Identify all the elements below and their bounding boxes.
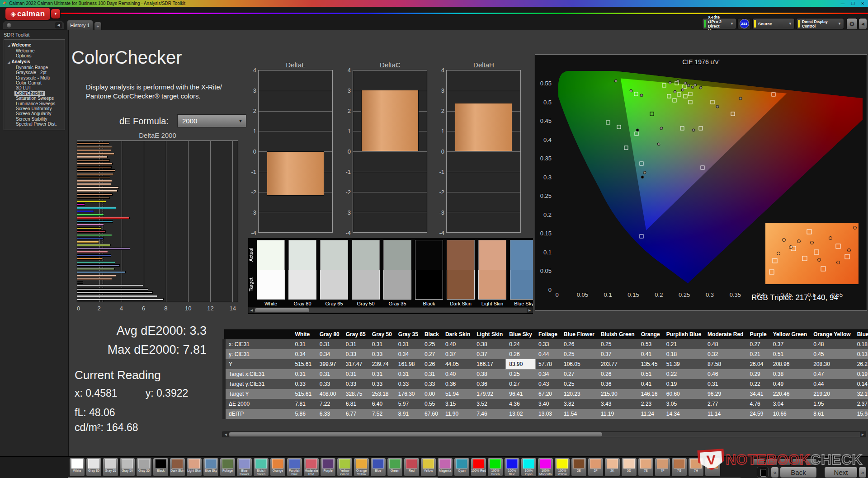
palette-patch-orange[interactable]: Orange	[270, 458, 286, 477]
column-header[interactable]: Bluish Green	[598, 329, 638, 339]
column-header[interactable]: Gray 35	[395, 329, 421, 339]
table-cell[interactable]: 239.74	[369, 359, 395, 369]
table-cell[interactable]: 220.46	[770, 389, 810, 399]
table-cell[interactable]: 0.33	[421, 379, 442, 389]
table-cell[interactable]: 0.34	[395, 349, 421, 359]
table-cell[interactable]: 96.41	[506, 389, 535, 399]
table-cell[interactable]: 0.40	[442, 369, 473, 379]
scroll-left-icon[interactable]: ◀	[249, 308, 255, 313]
tree-section-welcome[interactable]: ◢Welcome	[5, 42, 64, 48]
table-cell[interactable]: 0.47	[810, 369, 854, 379]
table-cell[interactable]: 11.54	[561, 409, 598, 419]
table-cell[interactable]: 135.45	[638, 359, 663, 369]
minimize-button[interactable]: —	[840, 1, 844, 6]
sidebar-item-saturation-sweeps[interactable]: Saturation Sweeps	[5, 96, 64, 101]
palette-patch-5d[interactable]: 5D	[621, 458, 637, 477]
table-cell[interactable]: 0.33	[343, 349, 369, 359]
column-header[interactable]: Gray 80	[316, 329, 343, 339]
table-cell[interactable]: 0.19	[854, 369, 868, 379]
column-header[interactable]: Orange Yellow	[810, 329, 854, 339]
table-cell[interactable]: 4.76	[746, 399, 769, 409]
tab-history-1[interactable]: History 1	[67, 20, 93, 30]
sidebar-item-grayscale-multi[interactable]: Grayscale - Multi	[5, 75, 64, 80]
scroll-right-icon[interactable]: ▶	[860, 432, 866, 437]
column-header[interactable]: Black	[421, 329, 442, 339]
table-cell[interactable]: 0.44	[810, 379, 854, 389]
table-cell[interactable]: 3.04	[770, 399, 810, 409]
column-header[interactable]: Yellow Green	[770, 329, 810, 339]
table-cell[interactable]: 32.19	[854, 389, 868, 399]
table-cell[interactable]: 7.52	[369, 409, 395, 419]
table-cell[interactable]: 0.46	[704, 369, 746, 379]
table-cell[interactable]: 87.58	[704, 359, 746, 369]
table-cell[interactable]: 0.00	[421, 389, 442, 399]
palette-patch-gray-50[interactable]: Gray 50	[119, 458, 135, 477]
palette-patch-bluish-green[interactable]: Bluish Green	[253, 458, 269, 477]
close-button[interactable]: ✕	[861, 1, 864, 6]
table-cell[interactable]: 0.33	[343, 379, 369, 389]
table-cell[interactable]: 0.34	[292, 349, 316, 359]
table-cell[interactable]: 0.37	[473, 349, 506, 359]
table-cell[interactable]: 0.37	[442, 349, 473, 359]
table-cell[interactable]: 0.34	[316, 349, 343, 359]
palette-patch-purple[interactable]: Purple	[320, 458, 336, 477]
table-cell[interactable]: 0.13	[854, 349, 868, 359]
display-control-dropdown[interactable]: Direct Display Control ▼	[796, 18, 844, 29]
column-header[interactable]: Orange	[638, 329, 663, 339]
table-cell[interactable]: 0.31	[421, 369, 442, 379]
table-cell[interactable]: 0.33	[369, 349, 395, 359]
table-cell[interactable]: 215.90	[598, 389, 638, 399]
sidebar-item-spectral-power-dist-[interactable]: Spectral Power Dist.	[5, 122, 64, 127]
palette-patch-2f[interactable]: 2F	[588, 458, 604, 477]
table-cell[interactable]: 0.31	[343, 339, 369, 349]
table-cell[interactable]: 106.05	[561, 359, 598, 369]
table-cell[interactable]: 0.37	[770, 339, 810, 349]
table-cell[interactable]: 6.81	[343, 399, 369, 409]
add-tab-button[interactable]: +	[94, 22, 102, 30]
table-cell[interactable]: 0.40	[442, 339, 473, 349]
table-cell[interactable]: 0.31	[704, 379, 746, 389]
column-header[interactable]: Blue Sky	[506, 329, 535, 339]
table-cell[interactable]: 0.26	[421, 359, 442, 369]
table-cell[interactable]: 6.33	[316, 409, 343, 419]
sidebar-item-welcome[interactable]: Welcome	[5, 48, 64, 53]
table-cell[interactable]: 0.14	[854, 379, 868, 389]
column-header[interactable]: Purplish Blue	[663, 329, 704, 339]
palette-patch-foliage[interactable]: Foliage	[220, 458, 236, 477]
settings-gear-button[interactable]: ⚙	[846, 18, 858, 30]
table-cell[interactable]: 7.22	[316, 399, 343, 409]
table-cell[interactable]: 0.18	[663, 349, 704, 359]
table-cell[interactable]: 11.90	[442, 409, 473, 419]
table-cell[interactable]: 515.61	[292, 389, 316, 399]
column-header[interactable]: Gray 65	[343, 329, 369, 339]
collapse-left-button[interactable]: ◀	[55, 22, 62, 28]
table-cell[interactable]: 57.78	[535, 359, 561, 369]
calman-menu-arrow[interactable]: ▼	[51, 9, 60, 19]
table-cell[interactable]: 0.41	[638, 379, 663, 389]
table-cell[interactable]: 15.94	[854, 409, 868, 419]
table-cell[interactable]: 83.90	[506, 359, 535, 369]
table-cell[interactable]: 0.25	[421, 339, 442, 349]
table-cell[interactable]: 408.00	[316, 389, 343, 399]
palette-patch-cyan[interactable]: Cyan	[454, 458, 470, 477]
column-header[interactable]: White	[292, 329, 316, 339]
table-cell[interactable]: 14.34	[663, 409, 704, 419]
table-cell[interactable]: 0.33	[316, 379, 343, 389]
table-cell[interactable]: 0.18	[854, 339, 868, 349]
table-cell[interactable]: 24.59	[746, 409, 769, 419]
table-cell[interactable]: 0.32	[704, 349, 746, 359]
palette-patch-7e[interactable]: 7E	[638, 458, 654, 477]
table-cell[interactable]: 51.39	[663, 359, 704, 369]
table-cell[interactable]: 8.61	[810, 409, 854, 419]
table-cell[interactable]: 0.26	[506, 349, 535, 359]
table-cell[interactable]: 208.30	[810, 359, 854, 369]
table-cell[interactable]: 0.43	[535, 379, 561, 389]
table-cell[interactable]: 0.33	[535, 339, 561, 349]
palette-patch-dark-skin[interactable]: Dark Skin	[170, 458, 185, 477]
table-cell[interactable]: 0.19	[663, 379, 704, 389]
meter-count-badge[interactable]: 233	[740, 19, 749, 28]
table-cell[interactable]: 0.25	[506, 369, 535, 379]
table-cell[interactable]: 0.55	[421, 399, 442, 409]
table-cell[interactable]: 0.25	[598, 339, 638, 349]
table-cell[interactable]: 67.20	[535, 389, 561, 399]
